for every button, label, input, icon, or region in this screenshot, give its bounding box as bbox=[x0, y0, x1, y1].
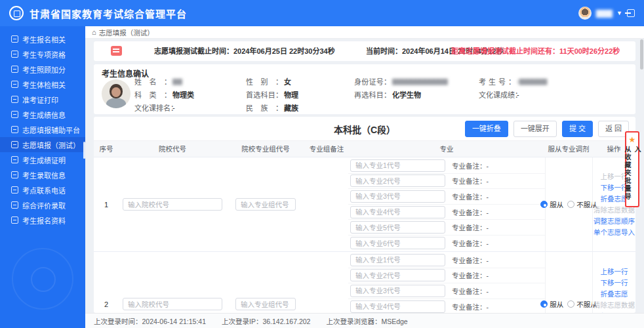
scrollbar-thumb[interactable] bbox=[640, 39, 643, 70]
action-move-up[interactable]: 上移一行 bbox=[601, 266, 628, 277]
major3-code-input[interactable] bbox=[350, 285, 445, 297]
sidebar-nav: 考生报名相关 考生专项资格 考生照顾加分 考生体检相关 准考证打印 考生成绩信息 bbox=[0, 26, 85, 328]
college-code-input[interactable] bbox=[123, 198, 222, 211]
major-remark: 专业备注：- bbox=[452, 270, 489, 280]
last-login-browser-label: 上次登录浏览器： bbox=[326, 318, 381, 325]
major-remark: 专业备注：- bbox=[452, 302, 489, 312]
sidebar-item-physical-exam[interactable]: 考生体检相关 bbox=[0, 77, 85, 92]
major-remark: 专业备注：- bbox=[452, 161, 489, 171]
group-remark-cell bbox=[305, 252, 348, 313]
col-group-code: 院校专业组代号 bbox=[226, 141, 305, 157]
field-first-subject: 首选科目物理 bbox=[246, 88, 354, 101]
submit-button[interactable]: 提 交 bbox=[562, 121, 593, 137]
back-button[interactable]: 返 回 bbox=[598, 121, 629, 137]
header-user-area[interactable]: ████ ▼ bbox=[578, 7, 635, 20]
major2-code-input[interactable] bbox=[350, 269, 445, 281]
sidebar-item-score-info[interactable]: 考生成绩信息 bbox=[0, 107, 85, 122]
sidebar-item-bonus-points[interactable]: 考生照顾加分 bbox=[0, 62, 85, 77]
sidebar-item-admission-ticket-print[interactable]: 准考证打印 bbox=[0, 92, 85, 107]
last-login-time: 上次登录时间：2024-06-14 21:15:41 bbox=[94, 316, 206, 326]
sidebar-item-volunteer-assist-platform[interactable]: 志愿填报辅助平台 bbox=[0, 122, 85, 137]
sidebar-item-exam-site-phone[interactable]: 考点联系电话 bbox=[0, 182, 85, 197]
sidebar-item-comprehensive-evaluation[interactable]: 综合评价录取 bbox=[0, 197, 85, 213]
logout-icon[interactable] bbox=[627, 9, 635, 17]
expand-all-button[interactable]: 一键展开 bbox=[513, 121, 557, 137]
field-category: 科类物理类 bbox=[134, 88, 246, 101]
field-exam-number: 考生号2█████████ bbox=[479, 75, 633, 88]
volunteer-row: 1 专业备注：- 专业备注：- 专业备注：- 专业备注：- 专业备注：- 专业备… bbox=[94, 157, 635, 252]
breadcrumb: ⌂ 志愿填报（测试） bbox=[85, 26, 644, 39]
sidebar-item-special-qualification[interactable]: 考生专项资格 bbox=[0, 47, 85, 62]
action-single-import[interactable]: 单个志愿导入 bbox=[594, 227, 635, 237]
collapse-all-button[interactable]: 一键折叠 bbox=[465, 121, 508, 137]
major2-code-input[interactable] bbox=[350, 174, 445, 187]
candidate-photo bbox=[102, 79, 131, 108]
major-remark: 专业备注：- bbox=[452, 238, 489, 248]
phone-icon bbox=[11, 186, 18, 194]
shield-icon bbox=[11, 81, 18, 88]
major6-code-input[interactable] bbox=[350, 237, 445, 249]
major4-code-input[interactable] bbox=[350, 300, 445, 313]
action-move-down[interactable]: 下移一行 bbox=[601, 277, 628, 288]
obey-radio[interactable]: 服从 bbox=[540, 299, 563, 309]
sidebar-item-score-certificate[interactable]: 考生成绩证明 bbox=[0, 152, 85, 167]
col-college-code: 院校代号 bbox=[119, 141, 226, 157]
table-header-row: 序号 院校代号 院校专业组代号 专业组备注 专业 服从专业调剂 操作 bbox=[94, 140, 635, 157]
folder-icon bbox=[11, 171, 18, 178]
sidebar-scrollbar-thumb[interactable] bbox=[83, 142, 85, 159]
candidate-info-card: 考生信息确认 姓名███ 性别女 身份证号██████████████████ … bbox=[94, 64, 635, 114]
group-code-input[interactable] bbox=[235, 198, 296, 211]
major3-code-input[interactable] bbox=[350, 190, 445, 203]
sidebar-item-registration-materials[interactable]: 考生报名资料 bbox=[0, 213, 85, 228]
major-remark: 专业备注：- bbox=[452, 222, 489, 232]
sidebar-item-admission-info[interactable]: 考生录取信息 bbox=[0, 167, 85, 182]
sidebar-item-registration[interactable]: 考生报名相关 bbox=[0, 31, 85, 47]
col-seq: 序号 bbox=[94, 141, 119, 157]
action-collapse[interactable]: 折叠志愿 bbox=[601, 289, 628, 299]
last-login-ip-label: 上次登录IP： bbox=[222, 318, 262, 325]
row-actions: 上移一行 下移一行 折叠志愿 清除志愿数据 调整志愿顺序 单个志愿导入 bbox=[592, 252, 635, 313]
obey-label: 服从 bbox=[550, 199, 563, 209]
current-time-label: 当前时间： bbox=[366, 47, 402, 55]
action-clear-data[interactable]: 清除志愿数据 bbox=[594, 300, 635, 310]
field-ethnic: 民族藏族 bbox=[246, 101, 354, 114]
sidebar-item-label: 考生报名资料 bbox=[22, 215, 66, 226]
sidebar-item-label: 志愿填报（测试） bbox=[22, 140, 80, 150]
sidebar-item-volunteer-test[interactable]: 志愿填报（测试） bbox=[0, 137, 85, 152]
field-name: 姓名███ bbox=[134, 75, 246, 88]
chart-icon bbox=[11, 111, 18, 118]
sidebar-item-label: 考生成绩信息 bbox=[22, 110, 66, 120]
platform-logo-icon bbox=[9, 6, 24, 20]
doc-icon bbox=[11, 35, 18, 43]
college-code-input[interactable] bbox=[123, 298, 222, 310]
deadline-label: 志愿填报测试截止时间： bbox=[154, 47, 233, 55]
group-code-input[interactable] bbox=[235, 298, 296, 310]
sidebar-item-label: 考生录取信息 bbox=[22, 170, 66, 180]
volunteer-row: 2 专业备注：- 专业备注：- 专业备注：- 专业备注：- 专业备注：- 专业备… bbox=[94, 252, 635, 313]
countdown-value: 11天00时26分22秒 bbox=[559, 47, 620, 55]
sidebar-item-label: 考生照顾加分 bbox=[22, 64, 66, 75]
top-header: 甘肃省国家教育考试综合管理平台 ████ ▼ bbox=[0, 0, 644, 26]
obey-radio[interactable]: 服从 bbox=[540, 199, 563, 209]
major4-code-input[interactable] bbox=[350, 206, 445, 218]
home-icon[interactable]: ⌂ bbox=[92, 28, 96, 36]
majors-cell: 专业备注：- 专业备注：- 专业备注：- 专业备注：- 专业备注：- 专业备注：… bbox=[348, 157, 545, 251]
field-culture-score: 文化课成绩- bbox=[479, 88, 633, 101]
last-login-time-label: 上次登录时间： bbox=[94, 318, 142, 325]
chevron-down-icon[interactable]: ▼ bbox=[616, 10, 622, 16]
batch-import-from-favorites-button[interactable]: ★ 从收藏夹批量导入 bbox=[625, 131, 639, 207]
field-gender: 性别女 bbox=[246, 75, 354, 88]
field-id-number: 身份证号██████████████████ bbox=[354, 75, 479, 88]
major1-code-input[interactable] bbox=[350, 254, 445, 266]
group-remark-cell bbox=[305, 157, 348, 251]
major5-code-input[interactable] bbox=[350, 221, 445, 234]
radio-unchecked-icon bbox=[567, 201, 574, 208]
deadline-value: 2024年06月25日 22时30分34秒 bbox=[233, 47, 335, 55]
action-adjust-order[interactable]: 调整志愿顺序 bbox=[594, 216, 635, 226]
sidebar-item-label: 志愿填报辅助平台 bbox=[22, 125, 80, 135]
user-avatar[interactable] bbox=[578, 7, 592, 20]
major1-code-input[interactable] bbox=[350, 159, 445, 172]
countdown-label: 距离志愿填报测试截止时间还有： bbox=[451, 47, 559, 55]
last-login-browser-value: MSEdge bbox=[381, 318, 407, 325]
user-name[interactable]: ████ bbox=[596, 10, 612, 17]
